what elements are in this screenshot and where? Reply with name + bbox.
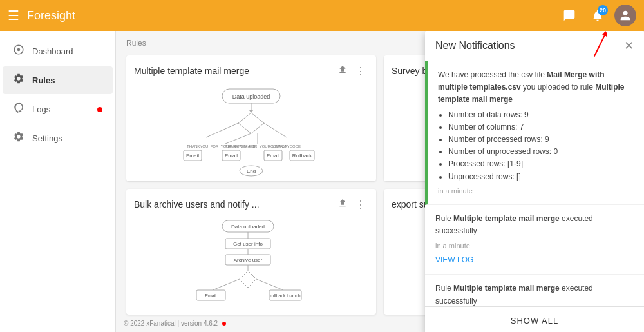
sidebar-label-dashboard: Dashboard [32, 46, 73, 56]
svg-point-0 [17, 48, 21, 52]
upload-icon-1[interactable] [335, 63, 350, 79]
notification-item-2: Rule Multiple template mail merge execut… [425, 205, 644, 275]
logs-dot [97, 107, 102, 112]
avatar[interactable] [614, 5, 636, 26]
svg-text:Get user info: Get user info [233, 241, 263, 247]
svg-text:Email: Email [186, 153, 199, 159]
sidebar-label-logs: Logs [32, 104, 50, 114]
rule-title-1: Multiple template mail merge [134, 66, 335, 76]
svg-marker-42 [240, 271, 256, 288]
sidebar-item-logs[interactable]: Logs [3, 95, 113, 123]
main-layout: Dashboard Rules Logs Settings Rules [0, 31, 644, 332]
svg-text:Data uploaded: Data uploaded [232, 93, 270, 100]
notif-details-list: Number of data rows: 9 Number of columns… [448, 109, 634, 183]
rule-diagram-3: Data uploaded Get user info Archive user [134, 217, 368, 311]
notification-item-1: We have processed the csv file Mail Merg… [425, 61, 644, 205]
logs-icon [13, 102, 24, 117]
upload-icon-3[interactable] [335, 197, 350, 212]
show-all-button[interactable]: SHOW ALL [511, 316, 558, 326]
detail-5: Processed rows: [1-9] [448, 158, 634, 170]
notif-success-text-1: Rule Multiple template mail merge execut… [435, 213, 634, 237]
svg-text:Email: Email [205, 293, 216, 298]
rule-card-actions-3: ⋮ [335, 197, 368, 212]
svg-text:Rollback: Rollback [292, 153, 313, 159]
svg-text:Archive user: Archive user [234, 257, 263, 263]
detail-6: Unprocessed rows: [] [448, 171, 634, 183]
notif-success-text-2: Rule Multiple template mail merge execut… [435, 282, 634, 306]
notification-item-3: Rule Multiple template mail merge execut… [425, 275, 644, 306]
detail-4: Number of unprocessed rows: 0 [448, 146, 634, 158]
view-log-button-1[interactable]: VIEW LOG [435, 254, 473, 266]
top-navigation: ☰ Foresight 20 [0, 0, 644, 31]
notification-footer: SHOW ALL [425, 306, 644, 332]
notification-body: We have processed the csv file Mail Merg… [425, 61, 644, 306]
svg-line-44 [256, 279, 283, 290]
notification-close-button[interactable]: ✕ [624, 39, 634, 53]
topnav-actions: 20 [558, 4, 636, 27]
dashboard-icon [13, 44, 24, 59]
detail-3: Number of processed rows: 9 [448, 133, 634, 146]
rules-icon [13, 73, 24, 88]
notification-badge: 20 [598, 5, 608, 15]
footer-text: © 2022 xFanatical | version 4.6.2 [124, 320, 218, 327]
notif-filename: Mail Merge with multiple templates.csv [438, 70, 605, 92]
svg-line-7 [225, 133, 251, 144]
sidebar-item-rules[interactable]: Rules [3, 66, 113, 94]
svg-text:End: End [247, 168, 256, 174]
sidebar: Dashboard Rules Logs Settings [0, 31, 116, 332]
sidebar-item-dashboard[interactable]: Dashboard [3, 37, 113, 65]
svg-text:Email: Email [267, 153, 279, 159]
detail-2: Number of columns: 7 [448, 121, 634, 133]
notification-panel: New Notifications ✕ We have processed th… [425, 31, 644, 332]
rule-card-1: Multiple template mail merge ⋮ Data uplo… [126, 55, 376, 181]
svg-line-60 [588, 35, 611, 56]
main-content: Rules Multiple template mail merge ⋮ [116, 31, 644, 332]
notif-time-2: in a minute [435, 240, 634, 252]
notif-time-1: in a minute [438, 186, 634, 197]
svg-text:Email: Email [225, 153, 238, 159]
svg-line-6 [206, 123, 238, 137]
sidebar-label-rules: Rules [32, 75, 55, 85]
app-title: Foresight [27, 9, 558, 23]
footer-dot [222, 322, 226, 326]
more-icon-1[interactable]: ⋮ [353, 64, 368, 79]
more-icon-3[interactable]: ⋮ [353, 197, 368, 212]
svg-text:rollback branch: rollback branch [270, 293, 301, 298]
svg-line-43 [213, 279, 240, 290]
sidebar-item-settings[interactable]: Settings [3, 124, 113, 152]
rule-title-3: Bulk archive users and notify ... [134, 199, 335, 210]
footer: © 2022 xFanatical | version 4.6.2 [124, 320, 226, 327]
hamburger-icon[interactable]: ☰ [8, 8, 19, 23]
notif-success-rulename-1: Multiple template mail merge [453, 214, 560, 223]
rule-card-header-3: Bulk archive users and notify ... ⋮ [134, 197, 368, 212]
sidebar-label-settings: Settings [32, 133, 62, 143]
notifications-button[interactable]: 20 [586, 4, 609, 27]
rule-card-header-1: Multiple template mail merge ⋮ [134, 63, 368, 79]
svg-marker-5 [238, 113, 264, 133]
chat-button[interactable] [558, 4, 581, 27]
svg-text:Data uploaded: Data uploaded [231, 224, 265, 229]
settings-icon [13, 131, 24, 146]
rule-card-3: Bulk archive users and notify ... ⋮ Data… [126, 189, 376, 315]
svg-line-9 [264, 123, 287, 137]
rule-diagram-1: Data uploaded THANKYOU_FOR_YOUR_PURCHASE [134, 84, 368, 177]
notif-success-rulename-2: Multiple template mail merge [453, 284, 560, 293]
detail-1: Number of data rows: 9 [448, 109, 634, 121]
svg-text:COUPON_CODE: COUPON_CODE [270, 144, 301, 148]
rule-card-actions-1: ⋮ [335, 63, 368, 79]
notif-text-1: We have processed the csv file Mail Merg… [438, 69, 634, 106]
